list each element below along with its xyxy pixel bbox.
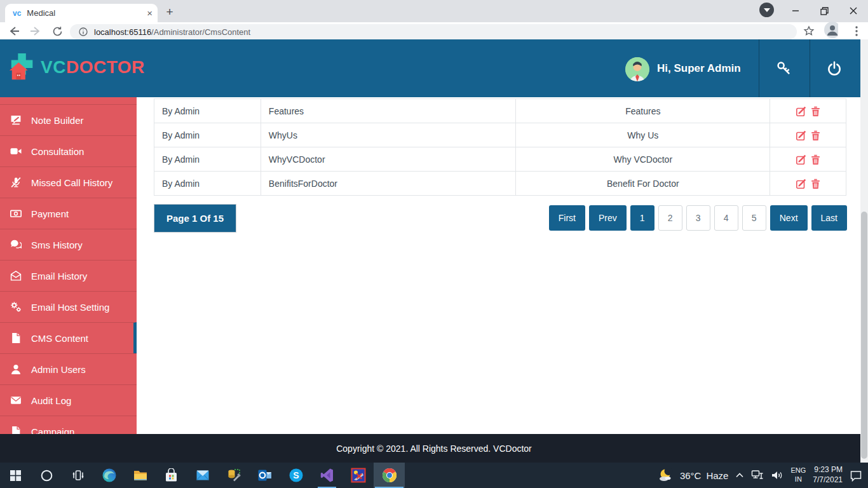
skype-button[interactable]: S	[280, 463, 311, 488]
tray-overflow-chevron-icon[interactable]	[735, 471, 744, 479]
sidebar-item-missed-call-history[interactable]: Missed Call History	[0, 166, 137, 198]
logout-button[interactable]	[825, 59, 844, 78]
visual-studio-button[interactable]	[311, 463, 342, 488]
network-icon[interactable]	[751, 470, 764, 481]
windows-taskbar: S 36°C Haze ENG	[0, 463, 868, 488]
main-content: By Admin Features Features By Admin WhyU…	[137, 97, 868, 434]
cortana-button[interactable]	[31, 463, 62, 488]
logo-doctor: DOCTOR	[66, 57, 145, 77]
edit-icon[interactable]	[796, 154, 807, 165]
app-logo[interactable]: VCDOCTOR	[8, 53, 145, 82]
cms-content-table: By Admin Features Features By Admin WhyU…	[154, 98, 846, 196]
delete-icon[interactable]	[810, 154, 821, 165]
pagination-prev-button[interactable]: Prev	[589, 205, 627, 231]
restore-button[interactable]	[815, 1, 834, 20]
volume-icon[interactable]	[771, 470, 783, 481]
delete-icon[interactable]	[810, 105, 821, 117]
restore-icon	[820, 7, 829, 15]
cell-page-title: Why Us	[516, 123, 770, 147]
tab-search-icon[interactable]	[759, 3, 774, 17]
url-host: localhost:65116	[94, 27, 151, 37]
close-icon	[850, 7, 857, 15]
sidebar-item-payment[interactable]: Payment	[0, 198, 137, 229]
pagination-page-5[interactable]: 5	[742, 205, 766, 231]
pagination-page-3[interactable]: 3	[686, 205, 710, 231]
sidebar-item-audit-log[interactable]: Audit Log	[0, 384, 137, 416]
paint-app-button[interactable]	[342, 463, 374, 488]
mail-button[interactable]	[187, 463, 218, 488]
minimize-button[interactable]	[786, 1, 805, 20]
sidebar-item-email-history[interactable]: Email History	[0, 260, 137, 291]
refresh-button[interactable]	[50, 24, 64, 38]
site-info-icon[interactable]	[79, 27, 88, 36]
tab-close-icon[interactable]: ×	[147, 8, 153, 18]
cell-page-title: Benefit For Doctor	[516, 172, 770, 195]
browser-profile-button[interactable]	[824, 23, 838, 37]
tab-favicon: vc	[13, 9, 21, 18]
sidebar-item-label: Email History	[31, 271, 87, 281]
chrome-button[interactable]	[374, 463, 405, 488]
bookmark-star-button[interactable]	[802, 24, 816, 38]
sidebar-item-email-host-setting[interactable]: Email Host Setting	[0, 291, 137, 322]
ssms-button[interactable]	[218, 463, 249, 488]
cell-created-by: By Admin	[154, 99, 261, 123]
tab-title: Medical	[27, 8, 141, 18]
pagination-last-button[interactable]: Last	[811, 205, 847, 231]
edit-icon[interactable]	[796, 130, 807, 141]
browser-menu-button[interactable]	[850, 24, 864, 38]
start-button[interactable]	[0, 463, 31, 488]
microsoft-store-button[interactable]	[156, 463, 187, 488]
sidebar-item-note-builder[interactable]: Note Builder	[0, 104, 137, 135]
sidebar-item-sms-history[interactable]: Sms History	[0, 229, 137, 260]
user-icon	[10, 363, 22, 376]
back-button[interactable]	[7, 24, 21, 38]
scrollbar-thumb[interactable]	[861, 212, 867, 459]
envelope-icon	[10, 395, 22, 407]
mic-slash-icon	[10, 177, 22, 189]
delete-icon[interactable]	[810, 130, 821, 141]
cell-actions	[770, 99, 846, 123]
outlook-icon	[257, 468, 273, 483]
sidebar-item-label: Consultation	[31, 146, 84, 157]
cell-actions	[770, 123, 846, 147]
gears-icon	[10, 301, 22, 313]
browser-tab[interactable]: vc Medical ×	[5, 4, 158, 22]
user-avatar[interactable]	[625, 57, 649, 81]
forward-button[interactable]	[29, 24, 43, 38]
copyright-text: Copyright © 2021. All Rights Reserved. V…	[336, 444, 532, 454]
app-logo-text: VCDOCTOR	[41, 57, 145, 78]
pagination-next-button[interactable]: Next	[770, 205, 808, 231]
weather-widget[interactable]: 36°C Haze	[658, 468, 729, 483]
clock[interactable]: 9:23 PM 7/7/2021	[813, 465, 843, 485]
action-center-icon[interactable]	[850, 470, 862, 482]
table-row: By Admin Features Features	[154, 99, 846, 123]
clock-date: 7/7/2021	[813, 475, 843, 485]
task-view-button[interactable]	[62, 463, 93, 488]
sidebar-item-campaign[interactable]: Campaign	[0, 416, 137, 434]
microsoft-store-icon	[164, 468, 179, 483]
language-indicator[interactable]: ENG IN	[790, 466, 806, 484]
close-window-button[interactable]	[844, 1, 863, 20]
delete-icon[interactable]	[810, 178, 821, 189]
new-tab-button[interactable]: +	[161, 5, 178, 19]
change-password-button[interactable]	[775, 59, 794, 78]
edge-button[interactable]	[93, 463, 125, 488]
sidebar-item-consultation[interactable]: Consultation	[0, 135, 137, 166]
pagination-page-2[interactable]: 2	[658, 205, 682, 231]
page-scrollbar[interactable]	[860, 39, 868, 463]
sidebar-item-admin-users[interactable]: Admin Users	[0, 353, 137, 384]
pagination-page-4[interactable]: 4	[714, 205, 738, 231]
pagination-first-button[interactable]: First	[549, 205, 585, 231]
url-path: /Administrator/CmsContent	[151, 27, 250, 37]
pagination-page-1[interactable]: 1	[630, 205, 654, 231]
sidebar-item-label: Missed Call History	[31, 177, 112, 188]
sidebar-item-cms-content[interactable]: CMS Content	[0, 322, 137, 353]
clock-time: 9:23 PM	[813, 465, 843, 475]
visual-studio-icon	[320, 468, 335, 483]
outlook-button[interactable]	[249, 463, 280, 488]
file-explorer-button[interactable]	[125, 463, 156, 488]
edit-icon[interactable]	[796, 105, 807, 117]
table-row: By Admin WhyUs Why Us	[154, 123, 846, 147]
address-bar[interactable]: localhost:65116/Administrator/CmsContent	[70, 24, 797, 39]
edit-icon[interactable]	[796, 178, 807, 189]
